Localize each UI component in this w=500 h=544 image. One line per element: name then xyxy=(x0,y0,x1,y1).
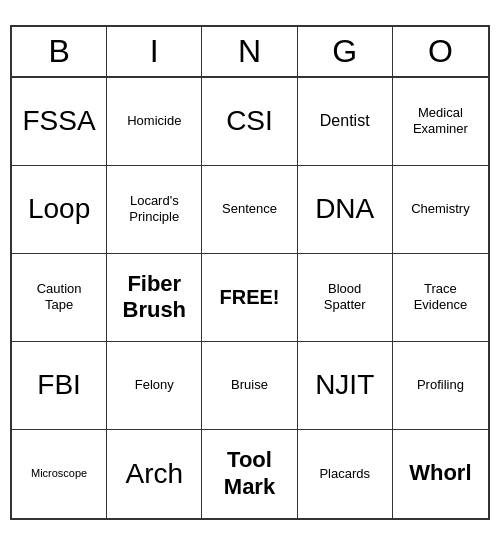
bingo-cell: FREE! xyxy=(202,254,297,342)
bingo-cell: Chemistry xyxy=(393,166,488,254)
bingo-cell: Blood Spatter xyxy=(298,254,393,342)
bingo-cell: FBI xyxy=(12,342,107,430)
bingo-cell: Loop xyxy=(12,166,107,254)
bingo-cell: Felony xyxy=(107,342,202,430)
bingo-cell: CSI xyxy=(202,78,297,166)
bingo-cell: Bruise xyxy=(202,342,297,430)
bingo-cell: Profiling xyxy=(393,342,488,430)
bingo-cell: Locard's Principle xyxy=(107,166,202,254)
bingo-cell: Microscope xyxy=(12,430,107,518)
bingo-cell: Placards xyxy=(298,430,393,518)
bingo-cell: Whorl xyxy=(393,430,488,518)
header-letter: N xyxy=(202,27,297,76)
header-letter: I xyxy=(107,27,202,76)
bingo-cell: Dentist xyxy=(298,78,393,166)
bingo-grid: FSSAHomicideCSIDentistMedical ExaminerLo… xyxy=(12,78,488,518)
bingo-cell: FSSA xyxy=(12,78,107,166)
bingo-cell: Homicide xyxy=(107,78,202,166)
bingo-cell: Caution Tape xyxy=(12,254,107,342)
bingo-cell: Sentence xyxy=(202,166,297,254)
bingo-cell: DNA xyxy=(298,166,393,254)
header-letter: B xyxy=(12,27,107,76)
bingo-cell: Trace Evidence xyxy=(393,254,488,342)
bingo-cell: NJIT xyxy=(298,342,393,430)
bingo-cell: Arch xyxy=(107,430,202,518)
bingo-cell: Tool Mark xyxy=(202,430,297,518)
bingo-cell: Fiber Brush xyxy=(107,254,202,342)
bingo-card: BINGO FSSAHomicideCSIDentistMedical Exam… xyxy=(10,25,490,520)
bingo-header: BINGO xyxy=(12,27,488,78)
header-letter: O xyxy=(393,27,488,76)
bingo-cell: Medical Examiner xyxy=(393,78,488,166)
header-letter: G xyxy=(298,27,393,76)
